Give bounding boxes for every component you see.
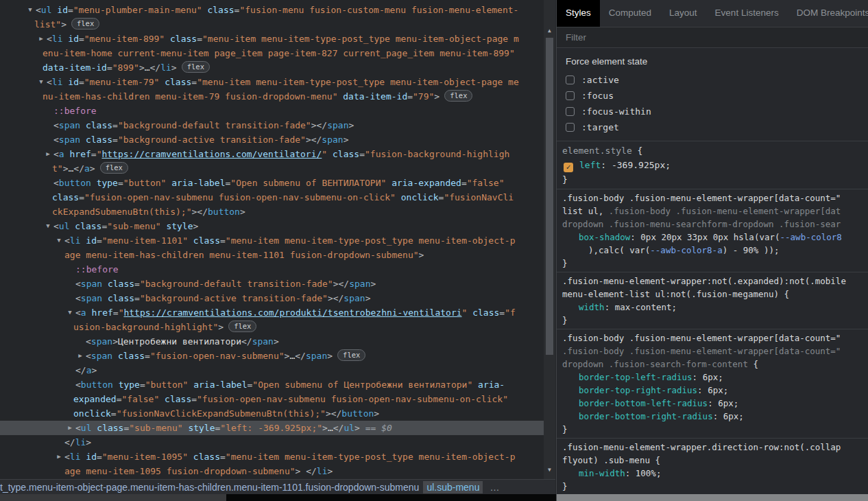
styles-filter-input[interactable]: Filter <box>557 27 868 48</box>
dom-tree-row[interactable]: ▶<span class="fusion-open-nav-submenu">…… <box>0 349 544 363</box>
dom-tree-row[interactable]: ▼<li id="menu-item-1101" class="menu-ite… <box>0 233 544 248</box>
dom-tree-row[interactable]: age menu-item-has-children menu-item-110… <box>0 248 544 262</box>
dom-tree-row[interactable]: <span class="background-active transitio… <box>0 132 544 147</box>
flex-badge[interactable]: flex <box>182 61 210 73</box>
css-line[interactable]: } <box>557 172 868 187</box>
expand-arrow-icon[interactable]: ▶ <box>37 32 45 46</box>
css-line[interactable]: .fusion-menu-element-wrapper:not(.expand… <box>557 275 868 288</box>
css-line[interactable]: ✓left: -369.925px; <box>557 158 868 172</box>
dom-tree-row[interactable]: ▶<a href="https://cramventilations.com/v… <box>0 147 544 161</box>
dom-tree-row[interactable]: <span class="background-active transitio… <box>0 291 544 305</box>
css-line[interactable]: border-top-left-radius: 6px; <box>557 371 868 384</box>
css-rule-block[interactable]: element.style {✓left: -369.925px;} <box>557 141 868 189</box>
tab-styles[interactable]: Styles <box>557 0 600 27</box>
css-line[interactable]: border-bottom-left-radius: 6px; <box>557 397 868 410</box>
expand-arrow-icon[interactable]: ▶ <box>76 349 84 363</box>
breadcrumb-item-selected[interactable]: ul.sub-menu <box>423 481 483 493</box>
scrollbar-thumb[interactable] <box>546 38 553 355</box>
dom-tree-row[interactable]: ckExpandSubmenuBtn(this);"></button> <box>0 205 544 219</box>
dom-tree-row[interactable]: t">…</a>flex <box>0 161 544 176</box>
styles-h-scrollbar[interactable] <box>557 494 868 501</box>
dom-tree-row[interactable]: ▼<ul id="menu-plumber-main-menu" class="… <box>0 3 544 17</box>
css-line[interactable]: dropdown .fusion-search-form-content { <box>557 358 868 371</box>
flex-badge[interactable]: flex <box>71 18 99 30</box>
tab-dom-breakpoints[interactable]: DOM Breakpoints <box>788 0 868 27</box>
css-line[interactable]: } <box>557 257 868 270</box>
dom-tree-row[interactable]: ▼<li id="menu-item-79" class="menu-item … <box>0 75 544 89</box>
flex-badge[interactable]: flex <box>444 90 472 102</box>
scroll-up-icon[interactable]: ▲ <box>544 26 555 36</box>
css-line[interactable]: box-shadow: 0px 20px 33px 0px hsla(var(-… <box>557 231 868 244</box>
dom-tree-row[interactable]: <span class="background-default transiti… <box>0 118 544 132</box>
dom-tree-row[interactable]: onclick="fusionNavClickExpandSubmenuBtn(… <box>0 406 544 421</box>
collapse-arrow-icon[interactable]: ▼ <box>44 219 52 233</box>
css-line[interactable]: .fusion-body .fusion-menu-element-wrappe… <box>557 191 868 205</box>
css-line[interactable]: } <box>557 423 868 436</box>
breadcrumb-item-parent[interactable]: t_type.menu-item-object-page.menu-item-h… <box>0 482 419 493</box>
css-line[interactable]: min-width: 100%; <box>557 467 868 480</box>
dom-tree-row[interactable]: ▶<li id="menu-item-899" class="menu-item… <box>0 32 544 46</box>
css-line[interactable]: .fusion-body .fusion-menu-element-wrappe… <box>557 345 868 358</box>
dom-tree-row[interactable]: <span class="background-default transiti… <box>0 277 544 291</box>
dom-tree-row[interactable]: ▶<ul class="sub-menu" style="left: -369.… <box>0 421 544 435</box>
css-line[interactable]: menu-element-list ul:not(.fusion-megamen… <box>557 288 868 301</box>
dom-tree-row[interactable]: data-item-id="899">…</li>flex <box>0 60 544 75</box>
expand-arrow-icon[interactable]: ▶ <box>55 450 63 464</box>
scroll-down-icon[interactable]: ▼ <box>544 465 555 475</box>
css-line[interactable]: border-bottom-right-radius: 6px; <box>557 410 868 423</box>
elements-scrollbar[interactable]: ▲ ▼ <box>544 0 555 479</box>
expand-arrow-icon[interactable]: ▶ <box>66 421 74 435</box>
dom-tree-row[interactable]: expanded="false" class="fusion-open-nav-… <box>0 392 544 406</box>
expand-arrow-icon[interactable]: ▶ <box>44 147 52 161</box>
css-line[interactable]: } <box>557 480 868 493</box>
dom-tree-row[interactable]: class="fusion-open-nav-submenu fusion-op… <box>0 190 544 205</box>
collapse-arrow-icon[interactable]: ▼ <box>66 305 74 320</box>
code-token: id <box>86 235 97 246</box>
state-checkbox[interactable] <box>566 75 575 84</box>
css-rule-block[interactable]: .fusion-body .fusion-menu-element-wrappe… <box>557 189 868 272</box>
flex-badge[interactable]: flex <box>100 162 128 174</box>
dom-tree-row[interactable]: <button type="button" aria-label="Open s… <box>0 377 544 392</box>
css-line[interactable]: dropdown .fusion-menu-searchform-dropdow… <box>557 218 868 231</box>
css-line[interactable]: } <box>557 314 868 327</box>
css-line[interactable]: width: max-content; <box>557 301 868 314</box>
css-line[interactable]: .fusion-menu-element-wrapper.direction-r… <box>557 441 868 454</box>
dom-tree-row[interactable]: </a> <box>0 363 544 377</box>
css-line[interactable]: ),calc( var(--awb-color8-a) - 90% )); <box>557 244 868 257</box>
dom-tree-row[interactable]: ::before <box>0 104 544 118</box>
css-line[interactable]: flyout) .sub-menu { <box>557 454 868 467</box>
collapse-arrow-icon[interactable]: ▼ <box>55 233 63 248</box>
tab-event-listeners[interactable]: Event Listeners <box>706 0 788 27</box>
state-checkbox[interactable] <box>566 107 575 116</box>
dom-tree-row[interactable]: <span>Центробежни вентилатори</span> <box>0 334 544 349</box>
dom-tree-row[interactable]: nu-item-has-children menu-item-79 fusion… <box>0 89 544 104</box>
tab-layout[interactable]: Layout <box>660 0 706 27</box>
dom-tree-row[interactable]: <button type="button" aria-label="Open s… <box>0 176 544 190</box>
state-checkbox[interactable] <box>566 123 575 132</box>
dom-tree-row[interactable]: enu-item-home current-menu-item page_ite… <box>0 46 544 60</box>
dom-tree-row[interactable]: ▶<li id="menu-item-1095" class="menu-ite… <box>0 450 544 464</box>
css-line[interactable]: element.style { <box>557 143 868 158</box>
dom-tree[interactable]: ▼<ul id="menu-plumber-main-menu" class="… <box>0 0 544 479</box>
dom-tree-row[interactable]: ▼<ul class="sub-menu" style> <box>0 219 544 233</box>
breadcrumb-overflow-icon[interactable]: … <box>490 482 500 493</box>
dom-tree-row[interactable]: age menu-item-1095 fusion-dropdown-subme… <box>0 464 544 478</box>
collapse-arrow-icon[interactable]: ▼ <box>37 75 45 89</box>
flex-badge[interactable]: flex <box>228 321 256 332</box>
flex-badge[interactable]: flex <box>337 349 365 361</box>
tab-computed[interactable]: Computed <box>600 0 660 27</box>
dom-tree-row[interactable]: ::before <box>0 262 544 277</box>
state-checkbox[interactable] <box>566 91 575 100</box>
dom-tree-row[interactable]: </li> <box>0 435 544 450</box>
collapse-arrow-icon[interactable]: ▼ <box>26 3 34 17</box>
dom-tree-row[interactable]: usion-background-highlight">flex <box>0 320 544 334</box>
css-line[interactable]: list ul, .fusion-body .fusion-menu-eleme… <box>557 205 868 218</box>
dom-tree-row[interactable]: list">flex <box>0 17 544 32</box>
css-rule-block[interactable]: .fusion-menu-element-wrapper.direction-r… <box>557 439 868 496</box>
dom-tree-row[interactable]: ▼<a href="https://cramventilations.com/p… <box>0 305 544 320</box>
css-line[interactable]: .fusion-body .fusion-menu-element-wrappe… <box>557 331 868 345</box>
css-rule-block[interactable]: .fusion-body .fusion-menu-element-wrappe… <box>557 329 868 439</box>
css-rule-block[interactable]: .fusion-menu-element-wrapper:not(.expand… <box>557 272 868 329</box>
css-line[interactable]: border-top-right-radius: 6px; <box>557 384 868 397</box>
property-checkbox-icon[interactable]: ✓ <box>564 163 573 172</box>
